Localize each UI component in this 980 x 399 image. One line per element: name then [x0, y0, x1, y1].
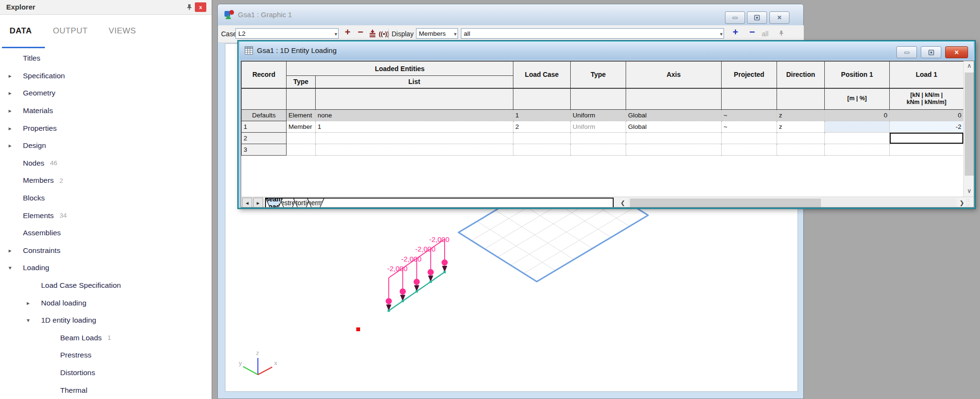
zoom-in-button[interactable]: +: [733, 27, 738, 38]
tree-item[interactable]: ▸ Properties: [0, 119, 212, 137]
hscroll-right-icon[interactable]: ❯: [958, 200, 966, 206]
minimize-button[interactable]: [896, 46, 917, 58]
cell-load_type[interactable]: [571, 144, 626, 156]
close-button[interactable]: ✕: [945, 46, 968, 58]
cell-load_case[interactable]: [513, 144, 571, 156]
tree-item[interactable]: Assemblies: [0, 224, 212, 242]
maximize-button[interactable]: [747, 11, 767, 24]
cell-load_case[interactable]: [513, 133, 571, 144]
cell-direction[interactable]: [777, 144, 825, 156]
expand-arrow-icon[interactable]: ▸: [9, 125, 23, 132]
cell-direction[interactable]: z: [777, 121, 825, 133]
zoom-out-button[interactable]: −: [749, 27, 755, 38]
tree-item[interactable]: ▾ 1D entity loading: [0, 312, 212, 329]
entity-list-combobox[interactable]: all▾: [461, 28, 724, 39]
dynamic-response-icon[interactable]: ((•)): [379, 30, 389, 37]
cell-axis[interactable]: Global: [626, 110, 722, 121]
cell-list[interactable]: 1: [316, 121, 513, 133]
record-cell[interactable]: 3: [242, 144, 287, 156]
cell-projected[interactable]: ~: [722, 110, 777, 121]
cell-direction[interactable]: z: [777, 110, 825, 121]
cell-load_type[interactable]: [571, 133, 626, 144]
scroll-up-icon[interactable]: ∧: [964, 61, 974, 72]
minimize-button[interactable]: [725, 11, 745, 24]
expand-arrow-icon[interactable]: ▸: [9, 73, 23, 79]
record-cell[interactable]: Defaults: [242, 110, 287, 121]
all-button[interactable]: all: [762, 30, 768, 38]
dialog-titlebar[interactable]: Gsa1 : 1D Entity Loading ✕: [240, 42, 973, 60]
remove-case-button[interactable]: −: [358, 27, 363, 38]
horizontal-scrollbar[interactable]: [628, 199, 957, 207]
tree-item[interactable]: Blocks: [0, 189, 212, 207]
close-icon[interactable]: x: [195, 2, 206, 12]
tab-scroll-left-button[interactable]: ◄: [242, 198, 252, 208]
cell-position1[interactable]: [825, 133, 890, 144]
tree-item[interactable]: Beam Loads 1: [0, 329, 212, 347]
reset-cases-icon[interactable]: [368, 29, 377, 39]
cell-type[interactable]: Member: [287, 121, 316, 133]
sheet-tab[interactable]: Thermal: [307, 199, 324, 208]
tab-views[interactable]: VIEWS: [109, 26, 136, 36]
cell-projected[interactable]: [722, 133, 777, 144]
cell-load_type[interactable]: Uniform: [571, 121, 626, 133]
cell-axis[interactable]: [626, 133, 722, 144]
cell-type[interactable]: [287, 133, 316, 144]
expand-arrow-icon[interactable]: ▾: [27, 317, 41, 324]
tree-item[interactable]: ▸ Specification: [0, 67, 212, 85]
expand-arrow-icon[interactable]: ▸: [27, 300, 41, 306]
tree-item[interactable]: ▸ Geometry: [0, 84, 212, 102]
chevron-down-icon[interactable]: ▾: [334, 29, 337, 39]
pin-icon[interactable]: [778, 30, 785, 39]
cell-list[interactable]: none: [316, 110, 513, 121]
scrollbar-thumb[interactable]: [965, 73, 974, 176]
cell-type[interactable]: [287, 144, 316, 156]
cell-position1[interactable]: 0: [825, 110, 890, 121]
explorer-titlebar[interactable]: Explorer x: [0, 0, 212, 15]
graphic-window-titlebar[interactable]: Gsa1 : Graphic 1 ✕: [218, 4, 803, 26]
cell-load1[interactable]: -2: [890, 121, 964, 133]
cell-load_type[interactable]: Uniform: [571, 110, 626, 121]
vertical-scrollbar[interactable]: ∧ ∨: [963, 61, 974, 197]
cell-projected[interactable]: ~: [722, 121, 777, 133]
tree-item[interactable]: Distortions: [0, 364, 212, 382]
cell-load1[interactable]: 0: [890, 110, 964, 121]
expand-arrow-icon[interactable]: ▸: [9, 142, 23, 149]
cell-position1[interactable]: [825, 144, 890, 156]
sheet-tab[interactable]: Beam Loads: [266, 199, 283, 208]
display-combobox[interactable]: Members▾: [416, 28, 458, 39]
close-button[interactable]: ✕: [769, 11, 789, 24]
chevron-down-icon[interactable]: ▾: [454, 29, 457, 39]
tree-item[interactable]: Nodes 46: [0, 155, 212, 172]
expand-arrow-icon[interactable]: ▾: [9, 264, 23, 271]
cell-load1[interactable]: [890, 144, 964, 156]
chevron-down-icon[interactable]: ▾: [720, 29, 723, 39]
expand-arrow-icon[interactable]: ▸: [9, 107, 23, 114]
expand-arrow-icon[interactable]: ▸: [9, 247, 23, 254]
tree-item[interactable]: Elements 34: [0, 207, 212, 224]
maximize-button[interactable]: [921, 46, 941, 58]
tree-item[interactable]: Load Case Specification: [0, 277, 212, 294]
cell-direction[interactable]: [777, 133, 825, 144]
tree-item[interactable]: ▸ Constraints: [0, 242, 212, 260]
record-cell[interactable]: 2: [242, 133, 287, 144]
cases-combobox[interactable]: L2▾: [235, 28, 339, 39]
tree-item[interactable]: ▾ Loading: [0, 259, 212, 277]
tab-data[interactable]: DATA: [10, 26, 32, 36]
resize-grip[interactable]: ∷∷: [966, 199, 974, 207]
tree-item[interactable]: Members 2: [0, 172, 212, 189]
scrollbar-thumb[interactable]: [630, 199, 821, 207]
cell-type[interactable]: Element: [287, 110, 316, 121]
cell-list[interactable]: [316, 133, 513, 144]
tree-item[interactable]: ▸ Materials: [0, 102, 212, 120]
cell-position1[interactable]: [825, 121, 890, 133]
selected-cell[interactable]: [890, 133, 963, 144]
tree-item[interactable]: Prestress: [0, 346, 212, 364]
cell-axis[interactable]: Global: [626, 121, 722, 133]
cell-load_case[interactable]: 1: [513, 110, 571, 121]
cell-list[interactable]: [316, 144, 513, 156]
cell-projected[interactable]: [722, 144, 777, 156]
tree-item[interactable]: Thermal: [0, 381, 212, 399]
scroll-down-icon[interactable]: ∨: [964, 186, 974, 197]
pin-icon[interactable]: [185, 3, 193, 11]
cell-load1[interactable]: [890, 133, 964, 144]
